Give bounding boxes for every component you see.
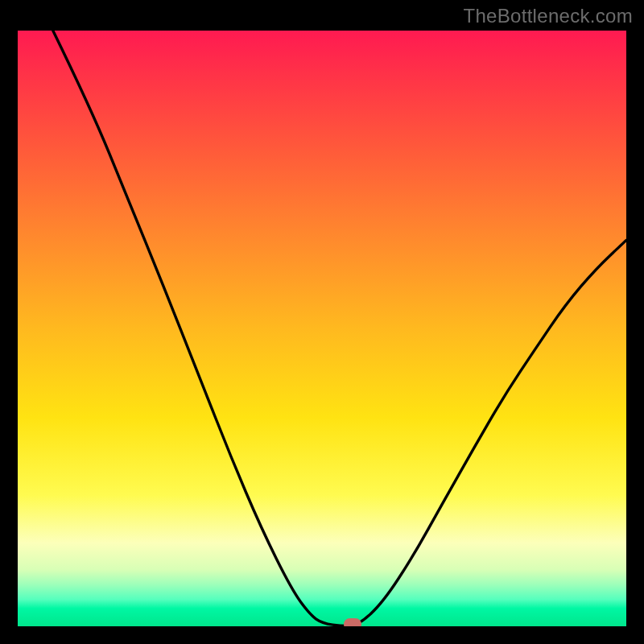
- plot-area: [18, 31, 626, 626]
- optimum-marker: [344, 618, 361, 626]
- bottleneck-curve: [18, 31, 626, 626]
- chart-frame: TheBottleneck.com: [0, 0, 644, 644]
- curve-path: [53, 31, 626, 625]
- watermark-text: TheBottleneck.com: [463, 5, 633, 27]
